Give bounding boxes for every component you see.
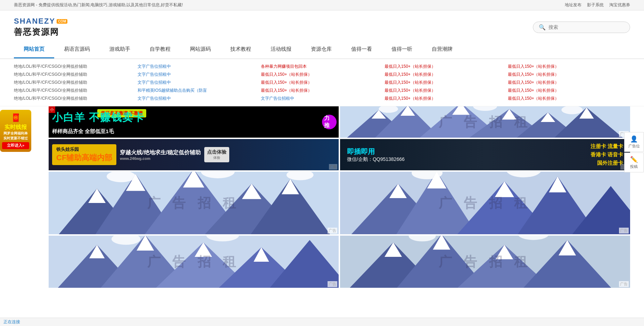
- ad-cell-2-4[interactable]: 最低日入150+（站长担保）: [385, 72, 507, 78]
- nav-item-self-study[interactable]: 自学教程: [140, 41, 180, 58]
- ad-row-3: 绝地/LOL/和平/CF/CSGO/全网低价辅助 文字广告位招租中 最低日入15…: [14, 79, 630, 87]
- rent-text-5: 广 告 招 租: [439, 253, 532, 271]
- nav-list: 网站首页 易语言源码 游戏助手 自学教程 网站源码 技术教程 活动线报 资源仓库…: [14, 41, 630, 58]
- rent-text-3: 广 告 招 租: [439, 194, 532, 212]
- rent-slot-3[interactable]: 广 告 招 租 广告: [49, 236, 339, 288]
- main-content: 🧧 实时线报 网罗全网福利单 实时更新不错过 立即进入» 货还是不靠谱 不靠谱 …: [0, 106, 644, 288]
- toplink-shadow[interactable]: 影子系统: [587, 2, 604, 8]
- nav-item-listen[interactable]: 值得一听: [382, 41, 422, 58]
- rent-slot-1[interactable]: 广 告 招 租 广告: [49, 172, 339, 234]
- logo-chinese[interactable]: 善恶资源网: [14, 26, 67, 38]
- search-icon: 🔍: [539, 24, 546, 31]
- ad-cell-1-4[interactable]: 最低日入150+（站长担保）: [385, 64, 507, 70]
- ad-cell-3-5[interactable]: 最低日入150+（站长担保）: [508, 80, 630, 85]
- ad-cell-1-3[interactable]: 各种暴力网赚项目包回本: [261, 64, 383, 70]
- ad-tag-5: 广告: [619, 281, 629, 287]
- header: SHANEZY COM 善恶资源网 🔍: [0, 10, 644, 41]
- side-widgets: 👤 广告位 ✏️ 投稿: [624, 132, 644, 172]
- ad-cell-4-3[interactable]: 最低日入150+（站长担保）: [261, 88, 383, 93]
- nav-item-website-source[interactable]: 网站源码: [180, 41, 221, 58]
- nav-item-home[interactable]: 网站首页: [14, 41, 54, 58]
- cf-button[interactable]: 点击体验 体验: [204, 147, 229, 162]
- ad-cell-2-3[interactable]: 最低日入150+（站长担保）: [261, 72, 383, 78]
- nav-item-activity[interactable]: 活动线报: [261, 41, 301, 58]
- toplink-taobao[interactable]: 淘宝优惠券: [609, 2, 630, 8]
- top-bar: 善恶资源网 - 免费提供线报活动,热门新闻,电脑技巧,游戏辅助,以及其他日常信息…: [0, 0, 644, 10]
- ad-cell-1-1[interactable]: 绝地/LOL/和平/CF/CSGO/全网低价辅助: [14, 64, 136, 70]
- side-ad-label: 广告位: [628, 144, 640, 148]
- nav-item-brand[interactable]: 自营潮牌: [422, 41, 462, 58]
- ad-row-1: 绝地/LOL/和平/CF/CSGO/全网低价辅助 文字广告位招租中 各种暴力网赚…: [14, 63, 630, 71]
- ad-cell-5-4[interactable]: 最低日入150+（站长担保）: [385, 96, 507, 101]
- ad-row-4: 绝地/LOL/和平/CF/CSGO/全网低价辅助 和平精英IOS越狱辅助点击购买…: [14, 87, 630, 95]
- ad-tag-3: 广告: [619, 228, 629, 234]
- ad-cell-4-2[interactable]: 和平精英IOS越狱辅助点击购买（防盲: [138, 88, 260, 93]
- logo-top: SHANEZY COM: [14, 17, 67, 26]
- ad-cell-3-4[interactable]: 最低日入150+（站长担保）: [385, 80, 507, 85]
- rent-slot-2[interactable]: 广 告 招 租 广告: [340, 172, 630, 234]
- ad-tag-2: 广告: [328, 228, 337, 234]
- card-types: 注册卡 流量卡 香港卡 语音卡 国外注册卡: [591, 142, 623, 167]
- ad-row-2: 绝地/LOL/和平/CF/CSGO/全网低价辅助 文字广告位招租中 最低日入15…: [14, 71, 630, 79]
- ad-cell-3-1[interactable]: 绝地/LOL/和平/CF/CSGO/全网低价辅助: [14, 80, 136, 85]
- rent-text-2: 广 告 招 租: [147, 194, 240, 212]
- banner-sheep-sub: 样样商品齐全 全部低至1毛: [52, 128, 114, 134]
- rent-text-1: 广 告 招 租: [439, 113, 532, 131]
- edit-icon: ✏️: [626, 156, 642, 163]
- ad-cell-5-5[interactable]: 最低日入150+（站长担保）: [508, 96, 630, 101]
- top-notice: 善恶资源网 - 免费提供线报活动,热门新闻,电脑技巧,游戏辅助,以及其他日常信息…: [14, 2, 183, 8]
- logo-area: SHANEZY COM 善恶资源网: [14, 17, 67, 38]
- ad-row-5: 绝地/LOL/和平/CF/CSGO/全网低价辅助 文字广告位招租中 文字广告位招…: [14, 95, 630, 103]
- ad-cell-3-2[interactable]: 文字广告位招租中: [138, 80, 260, 85]
- nav-item-resource[interactable]: 资源仓库: [301, 41, 341, 58]
- ad-cell-5-3[interactable]: 文字广告位招租中: [261, 96, 383, 101]
- rent-text-4: 广 告 招 租: [147, 253, 240, 271]
- float-bag-content[interactable]: 🧧 实时线报 网罗全网福利单 实时更新不错过 立即进入»: [0, 110, 31, 152]
- ad-cell-5-1[interactable]: 绝地/LOL/和平/CF/CSGO/全网低价辅助: [14, 96, 136, 101]
- banner-card[interactable]: 即插即用 微信/企鹅：QQ951382666 注册卡 流量卡 香港卡 语音卡 国…: [340, 139, 630, 170]
- banner-cf[interactable]: 铁头娃乐园 CF辅助高端内部 穿越火线/绝地求生/稳定低价辅助 www.246w…: [49, 139, 339, 170]
- banner-badge: 力推: [324, 115, 335, 129]
- ad-cell-2-5[interactable]: 最低日入150+（站长担保）: [508, 72, 630, 78]
- ad-cell-2-1[interactable]: 绝地/LOL/和平/CF/CSGO/全网低价辅助: [14, 72, 136, 78]
- banner-grid: 货还是不靠谱 不靠谱 小白羊 不赚钱卖卡 样样商品齐全 全部低至1毛 力推 小: [49, 106, 630, 288]
- person-icon: 👤: [626, 135, 642, 143]
- top-bar-links: 地址发布 影子系统 淘宝优惠券: [565, 2, 630, 8]
- logo-shanezy[interactable]: SHANEZY: [14, 17, 55, 26]
- card-info: 即插即用 微信/企鹅：QQ951382666: [347, 147, 405, 163]
- ad-cell-1-5[interactable]: 最低日入150+（站长担保）: [508, 64, 630, 70]
- banner-top-left[interactable]: 货还是不靠谱 不靠谱 小白羊 不赚钱卖卡 样样商品齐全 全部低至1毛 力推 小: [49, 106, 339, 138]
- ad-cell-3-3[interactable]: 最低日入150+（站长担保）: [261, 80, 383, 85]
- side-submit[interactable]: ✏️ 投稿: [624, 153, 644, 172]
- nav: 网站首页 易语言源码 游戏助手 自学教程 网站源码 技术教程 活动线报 资源仓库…: [0, 41, 644, 59]
- ad-tag-4: 广告: [328, 281, 337, 287]
- side-submit-label: 投稿: [630, 164, 638, 169]
- side-ad-position[interactable]: 👤 广告位: [624, 132, 644, 152]
- ad-cell-5-2[interactable]: 文字广告位招租中: [138, 96, 260, 101]
- search-bar[interactable]: 🔍: [533, 22, 630, 33]
- ad-cell-2-2[interactable]: 文字广告位招租中: [138, 72, 260, 78]
- logo-com: COM: [57, 19, 67, 24]
- nav-item-tech[interactable]: 技术教程: [221, 41, 261, 58]
- ad-cell-4-5[interactable]: 最低日入150+（站长担保）: [508, 88, 630, 93]
- rent-slot-4[interactable]: 广 告 招 租 广告: [340, 236, 630, 288]
- ad-cell-4-1[interactable]: 绝地/LOL/和平/CF/CSGO/全网低价辅助: [14, 88, 136, 93]
- ad-rows: 绝地/LOL/和平/CF/CSGO/全网低价辅助 文字广告位招租中 各种暴力网赚…: [0, 59, 644, 106]
- cf-details: 穿越火线/绝地求生/稳定低价辅助 www.246wg.com: [120, 149, 201, 161]
- search-input[interactable]: [548, 24, 618, 30]
- banner-sheep-text: 小白羊 不赚钱卖卡: [52, 112, 145, 123]
- ad-cell-4-4[interactable]: 最低日入150+（站长担保）: [385, 88, 507, 93]
- nav-item-yiyuyan[interactable]: 易语言源码: [54, 41, 100, 58]
- ad-cell-1-2[interactable]: 文字广告位招租中: [138, 64, 260, 70]
- toplink-address[interactable]: 地址发布: [565, 2, 581, 8]
- nav-item-game[interactable]: 游戏助手: [100, 41, 140, 58]
- nav-item-see[interactable]: 值得一看: [341, 41, 382, 58]
- banner-top-right[interactable]: 广 告 招 租 广告: [340, 106, 630, 138]
- cf-company: 铁头娃乐园 CF辅助高端内部: [52, 144, 116, 165]
- ad-tag-cf: 广告: [329, 164, 337, 170]
- float-bag: 🧧 实时线报 网罗全网福利单 实时更新不错过 立即进入»: [0, 106, 38, 152]
